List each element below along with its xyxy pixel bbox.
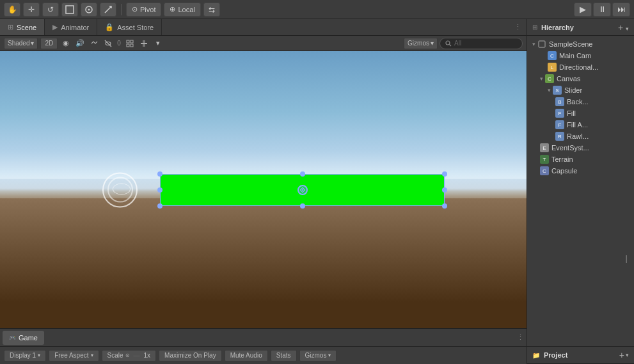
hierarchy-item-capsule[interactable]: C Capsule [527,165,634,177]
custom-editor-tool-button[interactable] [100,3,116,17]
resize-handle-tr[interactable] [442,171,447,177]
scene-search-box[interactable]: All [440,38,523,49]
scene-viewport[interactable] [0,51,527,328]
dir-light-label: Directional... [559,63,598,71]
asset-store-tab[interactable]: 🔒 Asset Store [97,19,162,35]
layer-count: 0 [117,40,121,47]
resize-handle-mr[interactable] [442,187,447,193]
scale-value: 1x [144,352,151,359]
gizmos-dropdown[interactable]: Gizmos ▾ [404,38,438,49]
project-add-arrow-icon: ▾ [626,352,629,358]
hierarchy-item-eventsystem[interactable]: E EventSyst... [527,142,634,154]
center-column: ⊞ Scene ▶ Animator 🔒 Asset Store ⋮ Shade… [0,19,527,364]
game-gizmos-button[interactable]: Gizmos ▾ [299,350,337,361]
hierarchy-content[interactable]: ▾ SampleScene C Main Cam [527,36,634,346]
fill-icon: F [555,109,564,118]
hierarchy-item-terrain[interactable]: T Terrain [527,154,634,165]
scene-game-bar: 🎮 Game ⋮ Display 1 ▾ Free Aspect ▾ [0,329,527,364]
maximize-on-play-button[interactable]: Maximize On Play [159,350,222,361]
capsule-label: Capsule [551,167,577,175]
aspect-dropdown[interactable]: Free Aspect ▾ [49,350,99,361]
rect-tool-button[interactable] [81,3,97,17]
scene-toolbar: Shaded ▾ 2D ◉ 🔊 0 [0,36,527,51]
canvas-expand-arrow[interactable]: ▾ [540,75,543,82]
scale-icon: ⊙ [125,352,130,358]
gizmos-arrow-icon: ▾ [431,40,434,47]
mute-audio-button[interactable]: Mute Audio [225,350,268,361]
hierarchy-item-fill-area[interactable]: F Fill A... [527,119,634,131]
shaded-arrow-icon: ▾ [31,40,34,47]
tabs-more-button[interactable]: ⋮ [509,19,527,35]
slider-center-handle[interactable] [297,185,308,195]
eventsystem-icon: E [540,143,549,152]
hierarchy-add-label: + [618,22,623,33]
game-tab[interactable]: 🎮 Game [3,331,44,345]
local-button[interactable]: ⊕ Local [164,3,200,17]
snap-settings-button[interactable] [138,38,150,49]
move-tool-button[interactable]: ✛ [23,3,40,17]
animator-tab[interactable]: ▶ Animator [45,19,97,35]
hierarchy-item-main-cam[interactable]: C Main Cam [527,50,634,61]
scene-tab[interactable]: ⊞ Scene [0,19,45,35]
svg-rect-7 [127,44,129,47]
animator-tab-label: Animator [61,24,89,31]
terrain-icon: T [540,155,549,164]
resize-handle-bl[interactable] [157,203,162,209]
pause-button[interactable]: ⏸ [593,3,611,17]
slider-expand-arrow[interactable]: ▾ [548,87,551,93]
collab-button[interactable]: ⇆ [203,3,220,17]
project-add-button[interactable]: + ▾ [619,350,629,360]
hierarchy-add-button[interactable]: + ▾ [618,22,629,33]
project-add-label: + [619,350,624,360]
hierarchy-add-arrow-icon: ▾ [626,26,629,32]
slider-bar-selected[interactable] [160,174,445,206]
grid-layout-button[interactable] [124,38,136,49]
scale-label: Scale [107,352,123,359]
background-label: Back... [567,98,589,106]
hierarchy-item-samplescene[interactable]: ▾ SampleScene [527,38,634,50]
scale-control[interactable]: Scale ⊙ — 1x [102,350,157,361]
fx-button[interactable] [88,38,100,49]
gizmos-label: Gizmos [408,40,429,47]
hierarchy-item-background[interactable]: B Back... [527,96,634,107]
twod-label: 2D [45,40,53,47]
step-button[interactable]: ⏭ [612,3,630,17]
shaded-dropdown[interactable]: Shaded ▾ [4,38,38,49]
svg-rect-10 [143,40,145,47]
hidden-layers-button[interactable] [102,38,114,49]
game-tab-more-button[interactable]: ⋮ [517,333,524,342]
audio-button[interactable]: 🔊 [74,38,86,49]
aspect-arrow-icon: ▾ [91,352,93,358]
background-icon: B [555,97,564,106]
right-panel: ⊞ Hierarchy + ▾ ▾ SampleScene [527,19,634,364]
hierarchy-item-rawimage[interactable]: R RawI... [527,131,634,142]
resize-handle-mb[interactable] [300,203,305,209]
scale-tool-button[interactable] [61,3,78,17]
astronaut-object[interactable] [102,172,138,207]
samplescene-expand-arrow[interactable]: ▾ [532,41,535,47]
svg-line-12 [450,44,452,46]
hierarchy-item-directional-light[interactable]: L Directional... [527,61,634,73]
hierarchy-item-canvas[interactable]: ▾ C Canvas [527,73,634,84]
resize-handle-ml[interactable] [157,187,162,193]
top-toolbar: ✋ ✛ ↺ ⊙ Pivot ⊕ Local ⇆ ▶ ⏸ ⏭ [0,0,634,19]
display-dropdown[interactable]: Display 1 ▾ [4,350,46,361]
hand-tool-button[interactable]: ✋ [4,3,20,17]
resize-handle-br[interactable] [442,203,447,209]
play-button[interactable]: ▶ [574,3,592,17]
resize-handle-tl[interactable] [157,171,162,177]
visibility-button[interactable]: ◉ [60,38,72,49]
mute-label: Mute Audio [230,352,262,359]
aspect-ratio-button[interactable]: ▾ [152,38,164,49]
resize-handle-mt[interactable] [300,171,305,177]
pivot-button[interactable]: ⊙ Pivot [126,3,161,17]
tab-bar: ⊞ Scene ▶ Animator 🔒 Asset Store ⋮ [0,19,527,36]
rotate-tool-button[interactable]: ↺ [42,3,59,17]
search-placeholder: All [454,40,461,47]
hierarchy-item-slider[interactable]: ▾ S Slider [527,84,634,96]
search-icon [445,40,452,47]
svg-rect-6 [131,40,133,43]
twod-button[interactable]: 2D [40,38,58,49]
stats-button[interactable]: Stats [271,350,297,361]
hierarchy-item-fill[interactable]: F Fill [527,107,634,119]
